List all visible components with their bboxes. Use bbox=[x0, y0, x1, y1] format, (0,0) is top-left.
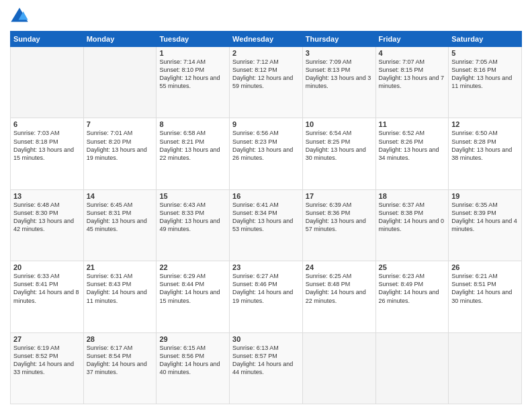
day-number: 12 bbox=[451, 120, 519, 128]
day-info: Sunrise: 7:09 AMSunset: 8:13 PMDaylight:… bbox=[306, 58, 373, 91]
day-number: 19 bbox=[451, 192, 519, 200]
day-number: 29 bbox=[159, 335, 226, 343]
day-number: 14 bbox=[87, 192, 154, 200]
day-number: 24 bbox=[306, 263, 373, 271]
day-number: 3 bbox=[306, 49, 373, 57]
day-info: Sunrise: 6:15 AMSunset: 8:56 PMDaylight:… bbox=[159, 344, 226, 377]
day-info: Sunrise: 7:14 AMSunset: 8:10 PMDaylight:… bbox=[159, 58, 226, 91]
day-info: Sunrise: 6:50 AMSunset: 8:28 PMDaylight:… bbox=[451, 129, 519, 162]
day-info: Sunrise: 6:52 AMSunset: 8:26 PMDaylight:… bbox=[379, 129, 446, 162]
calendar-cell: 6 Sunrise: 7:03 AMSunset: 8:18 PMDayligh… bbox=[11, 118, 84, 189]
weekday-header-row: SundayMondayTuesdayWednesdayThursdayFrid… bbox=[11, 32, 522, 47]
day-number: 1 bbox=[159, 49, 226, 57]
day-number: 10 bbox=[306, 120, 373, 128]
day-info: Sunrise: 6:33 AMSunset: 8:41 PMDaylight:… bbox=[13, 272, 81, 305]
day-info: Sunrise: 7:03 AMSunset: 8:18 PMDaylight:… bbox=[13, 129, 81, 162]
weekday-header-wednesday: Wednesday bbox=[230, 32, 303, 47]
calendar-cell: 22 Sunrise: 6:29 AMSunset: 8:44 PMDaylig… bbox=[157, 261, 230, 332]
calendar-cell: 9 Sunrise: 6:56 AMSunset: 8:23 PMDayligh… bbox=[230, 118, 303, 189]
day-number: 30 bbox=[232, 335, 300, 343]
weekday-header-saturday: Saturday bbox=[449, 32, 522, 47]
day-number: 16 bbox=[232, 192, 300, 200]
day-number: 2 bbox=[232, 49, 300, 57]
day-number: 6 bbox=[13, 120, 81, 128]
calendar-cell: 19 Sunrise: 6:35 AMSunset: 8:39 PMDaylig… bbox=[449, 189, 522, 261]
calendar-cell bbox=[11, 47, 84, 118]
day-info: Sunrise: 6:39 AMSunset: 8:36 PMDaylight:… bbox=[306, 201, 373, 234]
day-info: Sunrise: 6:37 AMSunset: 8:38 PMDaylight:… bbox=[379, 201, 446, 234]
day-info: Sunrise: 6:19 AMSunset: 8:52 PMDaylight:… bbox=[13, 344, 81, 377]
calendar-cell: 11 Sunrise: 6:52 AMSunset: 8:26 PMDaylig… bbox=[375, 118, 449, 189]
calendar-cell: 12 Sunrise: 6:50 AMSunset: 8:28 PMDaylig… bbox=[449, 118, 522, 189]
day-number: 18 bbox=[379, 192, 446, 200]
week-row-1: 1 Sunrise: 7:14 AMSunset: 8:10 PMDayligh… bbox=[11, 47, 522, 118]
day-number: 8 bbox=[159, 120, 226, 128]
calendar-cell: 4 Sunrise: 7:07 AMSunset: 8:15 PMDayligh… bbox=[375, 47, 449, 118]
day-info: Sunrise: 6:31 AMSunset: 8:43 PMDaylight:… bbox=[87, 272, 154, 305]
day-info: Sunrise: 6:56 AMSunset: 8:23 PMDaylight:… bbox=[232, 129, 300, 162]
day-info: Sunrise: 7:05 AMSunset: 8:16 PMDaylight:… bbox=[451, 58, 519, 91]
calendar-cell: 26 Sunrise: 6:21 AMSunset: 8:51 PMDaylig… bbox=[449, 261, 522, 332]
day-info: Sunrise: 6:27 AMSunset: 8:46 PMDaylight:… bbox=[232, 272, 300, 305]
calendar-cell: 16 Sunrise: 6:41 AMSunset: 8:34 PMDaylig… bbox=[230, 189, 303, 261]
day-info: Sunrise: 6:45 AMSunset: 8:31 PMDaylight:… bbox=[87, 201, 154, 234]
weekday-header-tuesday: Tuesday bbox=[157, 32, 230, 47]
day-number: 21 bbox=[87, 263, 154, 271]
calendar-cell: 29 Sunrise: 6:15 AMSunset: 8:56 PMDaylig… bbox=[157, 332, 230, 404]
day-info: Sunrise: 7:07 AMSunset: 8:15 PMDaylight:… bbox=[379, 58, 446, 91]
day-info: Sunrise: 6:43 AMSunset: 8:33 PMDaylight:… bbox=[159, 201, 226, 234]
day-info: Sunrise: 6:35 AMSunset: 8:39 PMDaylight:… bbox=[451, 201, 519, 234]
day-number: 26 bbox=[451, 263, 519, 271]
calendar-cell bbox=[375, 332, 449, 404]
day-number: 28 bbox=[87, 335, 154, 343]
day-number: 9 bbox=[232, 120, 300, 128]
calendar-cell: 1 Sunrise: 7:14 AMSunset: 8:10 PMDayligh… bbox=[157, 47, 230, 118]
logo bbox=[10, 7, 32, 26]
day-info: Sunrise: 6:41 AMSunset: 8:34 PMDaylight:… bbox=[232, 201, 300, 234]
calendar-cell bbox=[302, 332, 375, 404]
day-info: Sunrise: 6:54 AMSunset: 8:25 PMDaylight:… bbox=[306, 129, 373, 162]
calendar-cell: 27 Sunrise: 6:19 AMSunset: 8:52 PMDaylig… bbox=[11, 332, 84, 404]
calendar-cell: 15 Sunrise: 6:43 AMSunset: 8:33 PMDaylig… bbox=[157, 189, 230, 261]
calendar-cell: 21 Sunrise: 6:31 AMSunset: 8:43 PMDaylig… bbox=[83, 261, 157, 332]
page: SundayMondayTuesdayWednesdayThursdayFrid… bbox=[0, 0, 532, 411]
day-info: Sunrise: 6:21 AMSunset: 8:51 PMDaylight:… bbox=[451, 272, 519, 305]
day-number: 13 bbox=[13, 192, 81, 200]
day-info: Sunrise: 6:25 AMSunset: 8:48 PMDaylight:… bbox=[306, 272, 373, 305]
calendar-cell: 24 Sunrise: 6:25 AMSunset: 8:48 PMDaylig… bbox=[302, 261, 375, 332]
day-info: Sunrise: 7:12 AMSunset: 8:12 PMDaylight:… bbox=[232, 58, 300, 91]
day-number: 4 bbox=[379, 49, 446, 57]
day-number: 25 bbox=[379, 263, 446, 271]
day-info: Sunrise: 7:01 AMSunset: 8:20 PMDaylight:… bbox=[87, 129, 154, 162]
day-info: Sunrise: 6:13 AMSunset: 8:57 PMDaylight:… bbox=[232, 344, 300, 377]
day-number: 27 bbox=[13, 335, 81, 343]
day-number: 15 bbox=[159, 192, 226, 200]
calendar-cell: 28 Sunrise: 6:17 AMSunset: 8:54 PMDaylig… bbox=[83, 332, 157, 404]
day-number: 17 bbox=[306, 192, 373, 200]
calendar-cell bbox=[449, 332, 522, 404]
calendar-cell: 14 Sunrise: 6:45 AMSunset: 8:31 PMDaylig… bbox=[83, 189, 157, 261]
week-row-5: 27 Sunrise: 6:19 AMSunset: 8:52 PMDaylig… bbox=[11, 332, 522, 404]
day-info: Sunrise: 6:23 AMSunset: 8:49 PMDaylight:… bbox=[379, 272, 446, 305]
calendar-cell: 10 Sunrise: 6:54 AMSunset: 8:25 PMDaylig… bbox=[302, 118, 375, 189]
calendar-cell: 5 Sunrise: 7:05 AMSunset: 8:16 PMDayligh… bbox=[449, 47, 522, 118]
calendar-table: SundayMondayTuesdayWednesdayThursdayFrid… bbox=[10, 31, 522, 404]
day-number: 23 bbox=[232, 263, 300, 271]
day-info: Sunrise: 6:48 AMSunset: 8:30 PMDaylight:… bbox=[13, 201, 81, 234]
calendar-cell: 18 Sunrise: 6:37 AMSunset: 8:38 PMDaylig… bbox=[375, 189, 449, 261]
week-row-3: 13 Sunrise: 6:48 AMSunset: 8:30 PMDaylig… bbox=[11, 189, 522, 261]
calendar-cell: 25 Sunrise: 6:23 AMSunset: 8:49 PMDaylig… bbox=[375, 261, 449, 332]
weekday-header-friday: Friday bbox=[375, 32, 449, 47]
weekday-header-monday: Monday bbox=[83, 32, 157, 47]
day-number: 11 bbox=[379, 120, 446, 128]
calendar-cell: 20 Sunrise: 6:33 AMSunset: 8:41 PMDaylig… bbox=[11, 261, 84, 332]
week-row-4: 20 Sunrise: 6:33 AMSunset: 8:41 PMDaylig… bbox=[11, 261, 522, 332]
calendar-cell: 30 Sunrise: 6:13 AMSunset: 8:57 PMDaylig… bbox=[230, 332, 303, 404]
weekday-header-sunday: Sunday bbox=[11, 32, 84, 47]
calendar-cell: 3 Sunrise: 7:09 AMSunset: 8:13 PMDayligh… bbox=[302, 47, 375, 118]
calendar-cell: 7 Sunrise: 7:01 AMSunset: 8:20 PMDayligh… bbox=[83, 118, 157, 189]
calendar-cell bbox=[83, 47, 157, 118]
header bbox=[10, 7, 522, 26]
day-info: Sunrise: 6:29 AMSunset: 8:44 PMDaylight:… bbox=[159, 272, 226, 305]
calendar-cell: 23 Sunrise: 6:27 AMSunset: 8:46 PMDaylig… bbox=[230, 261, 303, 332]
